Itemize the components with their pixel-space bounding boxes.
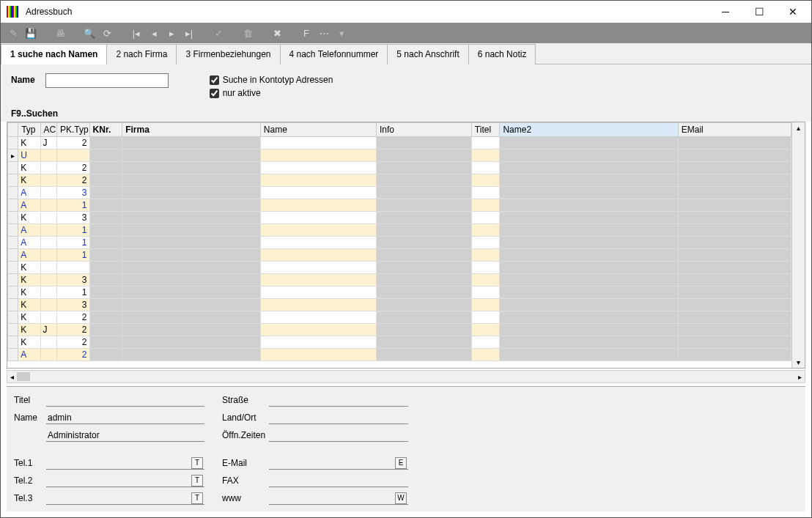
table-row[interactable]: KJ2	[8, 324, 791, 336]
detail-strasse-field[interactable]	[269, 393, 408, 407]
table-row[interactable]: KJ2	[8, 137, 791, 149]
save-icon[interactable]: 💾	[23, 25, 39, 41]
detail-offn-field[interactable]	[269, 429, 408, 442]
col-header-AC[interactable]: AC	[40, 123, 56, 137]
table-row[interactable]: K	[8, 262, 791, 274]
scroll-left-icon[interactable]: ◂	[10, 373, 14, 381]
toolbar: ✎ 💾 🖶 🔍 ⟳ |◂ ◂ ▸ ▸| ✓ 🗑 ✖ F ⋯ ▾	[1, 23, 811, 43]
detail-fax-field[interactable]	[269, 474, 408, 487]
detail-tel1-field[interactable]: T	[46, 456, 204, 470]
table-row[interactable]: K3	[8, 299, 791, 311]
table-row[interactable]: A1	[8, 249, 791, 262]
detail-email-label: E-Mail	[222, 458, 269, 468]
col-header-Titel[interactable]: Titel	[471, 123, 500, 137]
check-kontotyp[interactable]: Suche in Kontotyp Adressen	[210, 73, 333, 86]
results-table[interactable]: TypACPK.TypKNr.FirmaNameInfoTitelName2EM…	[7, 122, 791, 361]
detail-tel2-field[interactable]: T	[46, 474, 204, 487]
detail-strasse-label: Straße	[222, 395, 269, 405]
detail-tel1-label: Tel.1	[14, 458, 46, 468]
check-aktive-box[interactable]	[210, 89, 219, 98]
detail-titel-field[interactable]	[46, 393, 204, 407]
tabbar: 1 suche nach Namen2 nach Firma3 Firmenbe…	[1, 43, 811, 64]
col-header-Typ[interactable]: Typ	[18, 123, 40, 137]
tab-4[interactable]: 5 nach Anschrift	[387, 44, 468, 64]
table-row[interactable]: ▸U	[8, 149, 791, 162]
col-header-Name2[interactable]: Name2	[500, 123, 678, 137]
scroll-thumb[interactable]	[17, 372, 30, 381]
titlebar: Adressbuch ─ ☐ ✕	[1, 1, 811, 23]
col-header-Name[interactable]: Name	[260, 123, 376, 137]
table-row[interactable]: K2	[8, 174, 791, 187]
last-icon[interactable]: ▸|	[181, 25, 197, 41]
tab-3[interactable]: 4 nach Telefonnummer	[280, 44, 388, 64]
tab-2[interactable]: 3 Firmenbeziehungen	[176, 44, 280, 64]
detail-tel3-field[interactable]: T	[46, 492, 204, 505]
dropdown-icon[interactable]: ▾	[333, 25, 350, 41]
more-icon[interactable]: ⋯	[316, 25, 332, 41]
tab-1[interactable]: 2 nach Firma	[106, 44, 177, 64]
www-w-button[interactable]: W	[395, 492, 407, 504]
scroll-down-icon[interactable]: ▾	[797, 358, 800, 366]
cancel-icon[interactable]: ✖	[269, 25, 285, 41]
check-kontotyp-box[interactable]	[210, 75, 219, 85]
detail-panel: Titel Nameadmin Administrator Tel.1T Tel…	[7, 386, 805, 511]
tab-5[interactable]: 6 nach Notiz	[468, 44, 536, 64]
check-icon[interactable]: ✓	[210, 25, 226, 41]
search-icon[interactable]: 🔍	[81, 25, 97, 41]
filter-f-icon[interactable]: F	[298, 25, 314, 41]
print-icon[interactable]: 🖶	[52, 25, 68, 41]
next-icon[interactable]: ▸	[163, 25, 180, 41]
edit-icon[interactable]: ✎	[5, 25, 21, 41]
email-e-button[interactable]: E	[395, 457, 407, 469]
col-header-rowmark[interactable]	[8, 123, 18, 137]
detail-www-field[interactable]: W	[269, 492, 408, 505]
table-row[interactable]: K2	[8, 336, 791, 349]
detail-name-label: Name	[14, 412, 46, 423]
refresh-icon[interactable]: ⟳	[99, 25, 115, 41]
detail-name-field[interactable]: admin	[46, 411, 204, 424]
results-grid: TypACPK.TypKNr.FirmaNameInfoTitelName2EM…	[7, 122, 805, 369]
trash-icon[interactable]: 🗑	[240, 25, 256, 41]
col-header-Firma[interactable]: Firma	[122, 123, 261, 137]
col-header-PK.Typ[interactable]: PK.Typ	[56, 123, 89, 137]
search-hint: F9..Suchen	[1, 104, 811, 122]
table-row[interactable]: K3	[8, 274, 791, 286]
horizontal-scrollbar[interactable]: ◂ ▸	[7, 370, 805, 383]
table-row[interactable]: A1	[8, 224, 791, 237]
detail-landort-label: Land/Ort	[222, 412, 269, 423]
first-icon[interactable]: |◂	[128, 25, 144, 41]
detail-www-label: www	[222, 493, 269, 503]
maximize-button[interactable]: ☐	[742, 1, 776, 23]
search-panel: Name Suche in Kontotyp Adressen nur akti…	[1, 64, 811, 104]
tel2-t-button[interactable]: T	[191, 475, 203, 486]
table-row[interactable]: K3	[8, 212, 791, 224]
table-row[interactable]: A3	[8, 187, 791, 199]
table-row[interactable]: A2	[8, 349, 791, 361]
name-input[interactable]	[45, 73, 169, 88]
detail-landort-field[interactable]	[269, 411, 408, 424]
tel1-t-button[interactable]: T	[191, 457, 203, 469]
check-aktive[interactable]: nur aktive	[210, 86, 333, 100]
detail-email-field[interactable]: E	[269, 456, 408, 470]
close-button[interactable]: ✕	[776, 1, 810, 23]
table-row[interactable]: A1	[8, 237, 791, 249]
table-row[interactable]: K2	[8, 311, 791, 324]
detail-offn-label: Öffn.Zeiten	[222, 430, 269, 440]
tab-0[interactable]: 1 suche nach Namen	[1, 44, 107, 64]
scroll-right-icon[interactable]: ▸	[798, 373, 802, 381]
col-header-EMail[interactable]: EMail	[678, 123, 791, 137]
app-window: Adressbuch ─ ☐ ✕ ✎ 💾 🖶 🔍 ⟳ |◂ ◂ ▸ ▸| ✓ 🗑…	[0, 0, 812, 518]
minimize-button[interactable]: ─	[709, 1, 742, 23]
detail-name2-field[interactable]: Administrator	[46, 429, 204, 442]
table-row[interactable]: K1	[8, 286, 791, 299]
tel3-t-button[interactable]: T	[191, 492, 203, 504]
vertical-scrollbar[interactable]: ▴ ▾	[791, 122, 805, 368]
scroll-up-icon[interactable]: ▴	[797, 124, 800, 132]
app-icon	[7, 6, 18, 18]
table-row[interactable]: K2	[8, 162, 791, 174]
prev-icon[interactable]: ◂	[146, 25, 162, 41]
window-title: Adressbuch	[23, 7, 709, 17]
col-header-Info[interactable]: Info	[377, 123, 472, 137]
col-header-KNr.[interactable]: KNr.	[89, 123, 122, 137]
table-row[interactable]: A1	[8, 199, 791, 212]
